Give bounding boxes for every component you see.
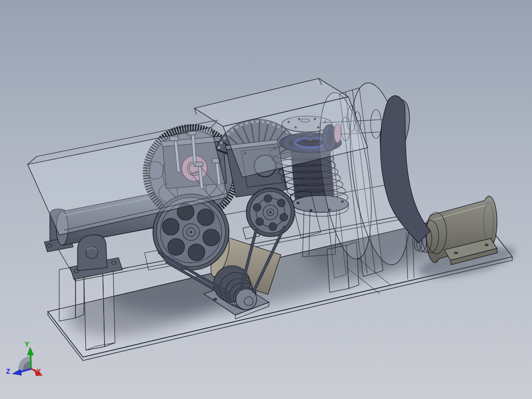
axis-y-label: Y	[25, 341, 29, 349]
axis-z-label: Z	[6, 368, 10, 376]
cad-viewport[interactable]: X Y Z	[0, 0, 532, 399]
